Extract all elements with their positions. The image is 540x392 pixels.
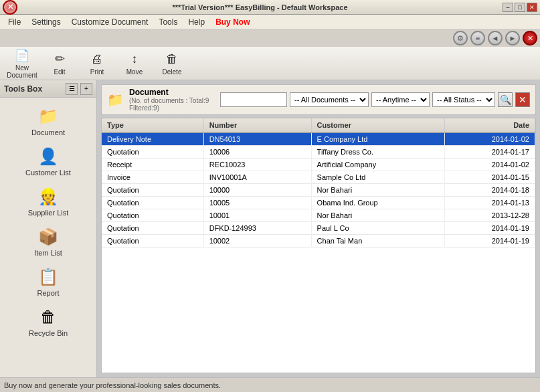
status-bar: Buy now and generate your professional-l… [0, 377, 540, 392]
table-row[interactable]: Quotation DFKD-124993 Paul L Co 2014-01-… [102, 222, 535, 235]
sidebar-item-supplier[interactable]: 👷 Supplier List [4, 182, 92, 221]
table-row[interactable]: Quotation 10005 Obama Ind. Group 2014-01… [102, 197, 535, 209]
cell-date: 2014-01-02 [444, 159, 535, 171]
cell-type: Delivery Note [102, 132, 203, 146]
cell-type: Quotation [102, 235, 203, 248]
cell-type: Receipt [102, 159, 203, 171]
forward-btn[interactable]: ► [505, 31, 520, 45]
cell-type: Quotation [102, 184, 203, 197]
window-title: ***Trial Version*** EasyBilling - Defaul… [17, 3, 503, 11]
clear-icon: ✕ [519, 94, 527, 105]
doc-folder-icon: 📁 [107, 92, 124, 108]
menu-tools[interactable]: Tools [153, 16, 183, 28]
status-text: Buy now and generate your professional-l… [4, 381, 221, 389]
cell-number: 10005 [203, 197, 311, 209]
cell-date: 2014-01-15 [444, 171, 535, 184]
cell-type: Invoice [102, 171, 203, 184]
menu-buy[interactable]: Buy Now [210, 16, 255, 28]
cell-date: 2014-01-19 [444, 222, 535, 235]
sidebar-item-items[interactable]: 📦 Item List [4, 222, 92, 261]
new-document-button[interactable]: 📄 New Document [5, 49, 39, 78]
table-row[interactable]: Quotation 10000 Nor Bahari 2014-01-18 [102, 184, 535, 197]
cell-number: REC10023 [203, 159, 311, 171]
sidebar-label-customer: Customer List [25, 169, 71, 177]
move-button[interactable]: ↕ Move [118, 49, 151, 78]
cell-date: 2014-01-02 [444, 132, 535, 146]
sidebar-item-customer[interactable]: 👤 Customer List [4, 142, 92, 181]
cell-number: 10000 [203, 184, 311, 197]
settings-circle-btn[interactable]: ⚙ [453, 31, 468, 45]
clear-filter-button[interactable]: ✕ [515, 92, 530, 107]
main-area: Tools Box ☰ + 📁 Document 👤 Customer List… [0, 80, 540, 377]
cell-type: Quotation [102, 209, 203, 222]
sidebar-label-document: Document [31, 128, 65, 136]
table-row[interactable]: Quotation 10006 Tiffany Dress Co. 2014-0… [102, 146, 535, 159]
cell-customer: Sample Co Ltd [311, 171, 444, 184]
maximize-button[interactable]: □ [515, 3, 525, 12]
delete-button[interactable]: 🗑 Delete [155, 49, 189, 78]
edit-icon: ✏ [52, 51, 68, 67]
cell-date: 2014-01-19 [444, 235, 535, 248]
close-button[interactable]: ✕ [527, 3, 537, 12]
cell-date: 2014-01-17 [444, 146, 535, 159]
cell-customer: Artificial Company [311, 159, 444, 171]
doc-title-area: Document (No. of documents : Total:9 Fil… [129, 88, 220, 112]
back-btn[interactable]: ◄ [488, 31, 503, 45]
close-nav-btn[interactable]: ✕ [523, 31, 537, 45]
sidebar-item-document[interactable]: 📁 Document [4, 102, 92, 140]
sidebar-items: 📁 Document 👤 Customer List 👷 Supplier Li… [0, 98, 96, 345]
table-row[interactable]: Quotation 10002 Chan Tai Man 2014-01-19 [102, 235, 535, 248]
move-icon: ↕ [126, 51, 143, 67]
supplier-icon: 👷 [37, 186, 59, 207]
table-row[interactable]: Quotation 10001 Nor Bahari 2013-12-28 [102, 209, 535, 222]
print-button[interactable]: 🖨 Print [80, 49, 114, 78]
cell-customer: Nor Bahari [311, 184, 444, 197]
cell-customer: E Company Ltd [311, 132, 444, 146]
search-input[interactable] [220, 92, 287, 107]
document-table: Type Number Customer Date Delivery Note … [101, 118, 536, 373]
edit-button[interactable]: ✏ Edit [43, 49, 76, 78]
nav-bar: ⚙ ≡ ◄ ► ✕ [0, 29, 540, 47]
menu-customize[interactable]: Customize Document [66, 16, 154, 28]
search-button[interactable]: 🔍 [498, 92, 513, 107]
anytime-filter[interactable]: -- Anytime -- [371, 92, 430, 107]
print-icon: 🖨 [89, 51, 105, 67]
sidebar-item-report[interactable]: 📋 Report [4, 262, 92, 301]
cell-customer: Paul L Co [311, 222, 444, 235]
table-row[interactable]: Invoice INV10001A Sample Co Ltd 2014-01-… [102, 171, 535, 184]
table-row[interactable]: Delivery Note DN54013 E Company Ltd 2014… [102, 132, 535, 146]
document-header: 📁 Document (No. of documents : Total:9 F… [101, 84, 536, 115]
new-document-icon: 📄 [14, 48, 30, 63]
cell-date: 2014-01-13 [444, 197, 535, 209]
items-icon: 📦 [37, 226, 59, 248]
sidebar-label-items: Item List [34, 249, 62, 257]
cell-type: Quotation [102, 197, 203, 209]
table-header-row: Type Number Customer Date [102, 118, 535, 132]
cell-number: INV10001A [203, 171, 311, 184]
cell-customer: Chan Tai Man [311, 235, 444, 248]
menu-settings[interactable]: Settings [26, 16, 66, 28]
col-date: Date [444, 118, 535, 132]
tools-box-label: Tools Box [4, 84, 63, 94]
cell-number: 10001 [203, 209, 311, 222]
cell-type: Quotation [102, 146, 203, 159]
menu-file[interactable]: File [3, 16, 26, 28]
sidebar-item-recycle[interactable]: 🗑 Recycle Bin [4, 302, 92, 341]
minimize-button[interactable]: – [503, 3, 513, 12]
delete-icon: 🗑 [164, 51, 180, 67]
search-icon: 🔍 [500, 94, 511, 105]
sidebar-add-btn[interactable]: + [80, 83, 92, 95]
all-docs-filter[interactable]: -- All Documents -- [290, 92, 369, 107]
menu-circle-btn[interactable]: ≡ [470, 31, 485, 45]
toolbar: 📄 New Document ✏ Edit 🖨 Print ↕ Move 🗑 D… [0, 47, 540, 80]
col-type: Type [102, 118, 203, 132]
doc-header-left: 📁 Document (No. of documents : Total:9 F… [107, 88, 220, 112]
menu-help[interactable]: Help [183, 16, 210, 28]
cell-number: 10006 [203, 146, 311, 159]
sidebar-grid-btn[interactable]: ☰ [66, 83, 78, 95]
close-button-red[interactable]: ✕ [3, 0, 17, 15]
sidebar-label-supplier: Supplier List [28, 209, 69, 217]
table-row[interactable]: Receipt REC10023 Artificial Company 2014… [102, 159, 535, 171]
status-filter[interactable]: -- All Status -- [432, 92, 495, 107]
sidebar: Tools Box ☰ + 📁 Document 👤 Customer List… [0, 80, 97, 377]
